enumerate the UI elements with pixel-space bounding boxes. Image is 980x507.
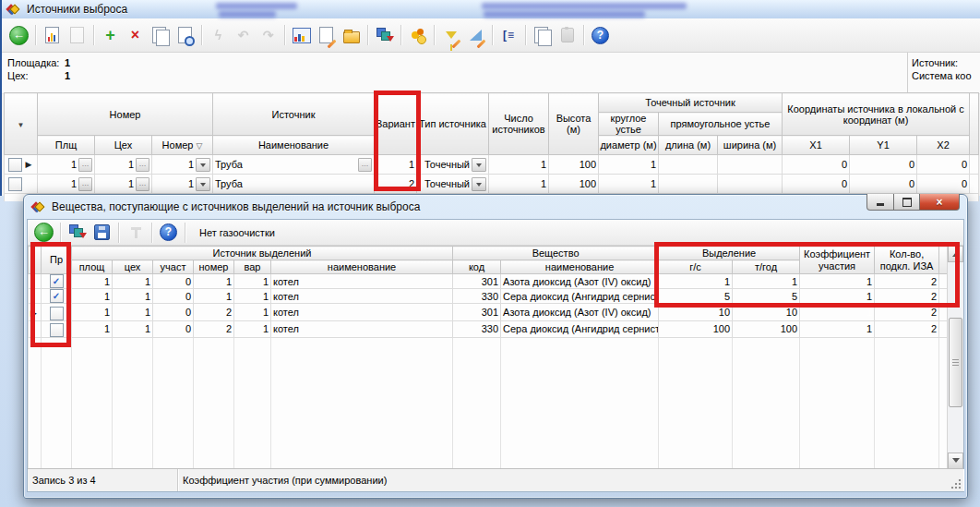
row-checkbox[interactable]: [50, 307, 64, 320]
cell-uchast[interactable]: 0: [153, 274, 194, 289]
col-header-x1[interactable]: X1: [783, 136, 850, 155]
cell-var[interactable]: 1: [234, 274, 271, 289]
col-header-pr[interactable]: Пр: [42, 247, 72, 274]
lookup-button[interactable]: …: [78, 177, 92, 191]
col-header-uchast[interactable]: участ: [153, 260, 194, 274]
gas-cleaning-button[interactable]: [124, 221, 147, 244]
col-header-chislo[interactable]: Число источников: [489, 93, 549, 155]
col-header-tgod[interactable]: т/год: [733, 260, 800, 274]
redo-button[interactable]: ↷: [257, 24, 280, 47]
cell-iza[interactable]: 2: [875, 320, 939, 338]
cell-name[interactable]: Труба: [213, 175, 375, 194]
report-button[interactable]: [41, 24, 64, 47]
cell-tgod[interactable]: 5: [733, 289, 800, 304]
select-all-header[interactable]: ▼: [5, 93, 38, 155]
cell-koef[interactable]: 1: [800, 320, 875, 338]
vertical-scrollbar[interactable]: [947, 246, 963, 469]
scroll-down-button[interactable]: [948, 453, 963, 469]
cell-var[interactable]: 1: [234, 304, 271, 321]
cell-tseh[interactable]: 1: [113, 289, 153, 304]
col-header-plosh[interactable]: площ: [72, 260, 113, 274]
cell-diametr[interactable]: 1: [599, 175, 659, 194]
cell-koef[interactable]: 1: [800, 289, 875, 304]
col-header-variant[interactable]: Вариант: [375, 93, 417, 155]
dropdown-button[interactable]: [196, 177, 210, 191]
preview-button[interactable]: [173, 24, 197, 47]
cell-plsh[interactable]: 1…: [38, 155, 95, 175]
cell-gs[interactable]: 5: [659, 289, 733, 304]
minimize-button[interactable]: [866, 194, 894, 211]
cell-tip[interactable]: 1Точечный: [417, 155, 489, 175]
cell-substance[interactable]: Сера диоксид (Ангидрид сернистый): [501, 289, 659, 304]
lookup-button[interactable]: …: [78, 158, 92, 172]
cell-iza[interactable]: 2: [875, 274, 939, 289]
row-checkbox[interactable]: [50, 323, 64, 337]
cell-plosh[interactable]: 1: [72, 320, 113, 338]
cell-y1[interactable]: 0: [850, 175, 917, 194]
cell-koef[interactable]: 1: [800, 274, 875, 289]
cell-name[interactable]: Труба…: [213, 155, 375, 175]
col-header-x2[interactable]: X2: [917, 136, 970, 155]
cell-code[interactable]: 301: [453, 304, 501, 321]
maximize-button[interactable]: [893, 194, 920, 211]
cell-plosh[interactable]: 1: [72, 274, 113, 289]
cell-tip[interactable]: 1Точечный: [417, 175, 489, 194]
cell-name[interactable]: котел: [271, 274, 453, 289]
nature-button[interactable]: [406, 24, 429, 47]
col-header-shirina[interactable]: ширина (м): [718, 136, 783, 155]
dropdown-button[interactable]: [196, 158, 210, 172]
cell-x2[interactable]: 0: [917, 175, 970, 194]
dropdown-button[interactable]: [472, 158, 486, 172]
list-button[interactable]: [≡: [497, 24, 520, 47]
cell-x1[interactable]: 0: [783, 155, 850, 175]
undo-button[interactable]: ↶: [232, 24, 255, 47]
col-header-plsh[interactable]: Плщ: [38, 136, 95, 155]
chart-button[interactable]: [290, 24, 313, 47]
col-header-nomer[interactable]: номер: [194, 260, 234, 274]
cell-vysota[interactable]: 100: [549, 155, 599, 175]
pr-cell[interactable]: [42, 320, 72, 338]
cell-uchast[interactable]: 0: [153, 304, 194, 321]
col-header-gs[interactable]: г/с: [659, 260, 733, 274]
cell-x1[interactable]: 0: [783, 175, 850, 194]
cell-plosh[interactable]: 1: [72, 304, 113, 321]
cell-code[interactable]: 330: [453, 289, 501, 304]
cell-uchast[interactable]: 0: [153, 289, 194, 304]
document-button[interactable]: [66, 24, 89, 47]
col-header-naimenovanie[interactable]: Наименование: [213, 136, 375, 155]
filter-button[interactable]: [439, 24, 462, 47]
cell-tgod[interactable]: 10: [733, 304, 800, 321]
cell-diametr[interactable]: 1: [599, 155, 659, 175]
col-header-koef[interactable]: Коэффициент участия: [800, 247, 875, 274]
cell-tseh[interactable]: 1…: [95, 175, 152, 194]
cell-koef-selected[interactable]: 1: [800, 304, 875, 321]
scroll-up-button[interactable]: [948, 246, 963, 262]
cell-iza[interactable]: 2: [875, 304, 939, 321]
col-header-iza[interactable]: Кол-во, подкл. ИЗА: [875, 247, 939, 274]
cell-gs[interactable]: 100: [659, 320, 733, 338]
measure-button[interactable]: [464, 24, 487, 47]
open-folder-button[interactable]: [340, 24, 363, 47]
edit-document-button[interactable]: [315, 24, 338, 47]
cell-tseh[interactable]: 1: [113, 304, 153, 321]
cell-vysota[interactable]: 100: [549, 175, 599, 194]
dialog-back-button[interactable]: ←: [32, 221, 55, 244]
cell-shirina[interactable]: [718, 175, 783, 194]
pr-cell[interactable]: ✓: [42, 289, 72, 304]
help-button[interactable]: ?: [589, 24, 612, 47]
paste-button[interactable]: [556, 24, 579, 47]
cell-nomer[interactable]: 1: [152, 155, 213, 175]
cell-tgod[interactable]: 1: [733, 274, 800, 289]
col-header-tip[interactable]: Тип источника: [417, 93, 489, 155]
cell-tgod[interactable]: 100: [733, 320, 800, 338]
lookup-button[interactable]: …: [358, 158, 372, 172]
cell-uchast[interactable]: 0: [153, 320, 194, 338]
cell-dlina[interactable]: [659, 155, 718, 175]
row-checkbox[interactable]: ✓: [50, 274, 64, 288]
col-header-vysota[interactable]: Высота (м): [549, 93, 599, 155]
lookup-button[interactable]: …: [136, 158, 149, 172]
copy-pages-button[interactable]: [531, 24, 554, 47]
copy-button[interactable]: [149, 24, 172, 47]
cell-name[interactable]: котел: [271, 304, 453, 321]
row-selector[interactable]: ▶: [5, 155, 38, 175]
